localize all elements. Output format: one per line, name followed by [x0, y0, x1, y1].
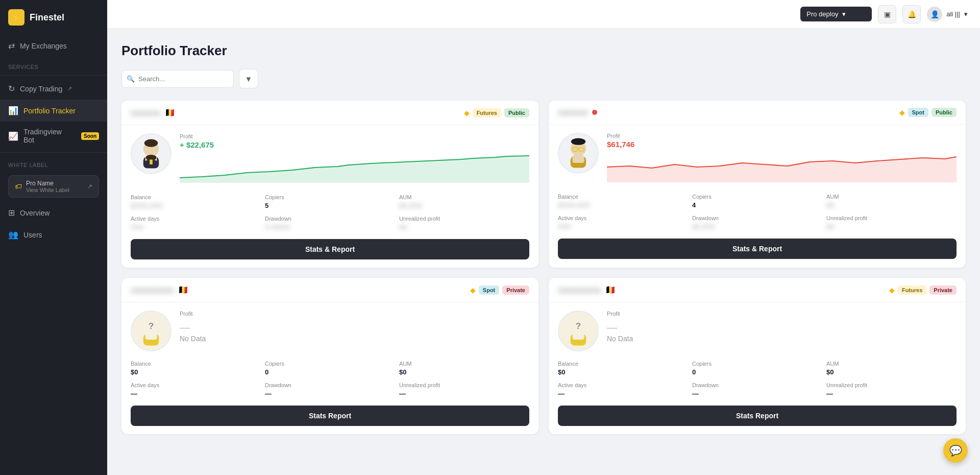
stats-report-button[interactable]: Stats & Report [131, 239, 529, 259]
drawdown-value: — [692, 390, 822, 397]
sidebar-item-overview[interactable]: ⊞ Overview [0, 202, 107, 224]
aum-value: $X [826, 201, 957, 209]
market-type-tag: Spot [908, 108, 928, 117]
drawdown-value: — [265, 390, 395, 397]
page-title: Portfolio Tracker [121, 43, 966, 59]
card-main-row: ? Profit — No Data [558, 311, 957, 351]
search-input[interactable] [121, 70, 234, 88]
search-bar-row: 🔍 ▼ [121, 69, 966, 88]
copy-trading-label: Copy Trading [20, 85, 62, 93]
balance-label: Balance [558, 194, 688, 200]
portfolio-card-card3: ●●●●●●●●●● 🇧🇪 ◆ Spot Private ? [121, 278, 538, 434]
card-tags: ◆ Futures Private [889, 286, 957, 295]
unrealized-profit-value: — [826, 390, 957, 397]
market-type-tag: Futures [898, 286, 926, 295]
active-days-value: — [131, 390, 261, 397]
active-days-label: Active days [558, 215, 688, 221]
user-name: ali ||| [946, 10, 960, 18]
card-tags: ◆ Spot Public [899, 108, 957, 117]
stats-report-button[interactable]: Stats & Report [558, 239, 957, 259]
sidebar-item-copy-trading[interactable]: ↻ Copy Trading ↗ [0, 78, 107, 100]
binance-icon: ◆ [470, 286, 476, 294]
copiers-label: Copiers [692, 361, 822, 367]
stat-copiers: Copiers 4 [692, 194, 822, 209]
stat-copiers: Copiers 0 [265, 361, 395, 376]
app-name: Finestel [30, 12, 64, 23]
stats-report-button[interactable]: Stats Report [558, 406, 957, 426]
card-tags: ◆ Futures Public [464, 108, 529, 117]
copiers-value: 5 [265, 202, 395, 209]
app-logo[interactable]: ⚡ Finestel [0, 0, 107, 35]
no-data-area: — No Data [180, 318, 529, 347]
binance-icon: ◆ [899, 108, 905, 116]
stat-drawdown: Drawdown X.XXX% [265, 216, 395, 231]
stats-grid: Balance $XXX,XXX Copiers 5 AUM $X,XXX Ac… [131, 194, 529, 231]
sidebar-item-my-exchanges[interactable]: ⇄ My Exchanges [0, 35, 107, 57]
sidebar-item-tradingview-bot[interactable]: 📈 Tradingview Bot Soon [0, 122, 107, 150]
stat-balance: Balance $XXX,XXX [558, 194, 688, 209]
white-label-badge[interactable]: 🏷 Pro Name View White Label ↗ [8, 175, 99, 198]
card-body: ? Profit — No Data Balance $0 Copiers [121, 302, 538, 434]
binance-icon: ◆ [464, 109, 470, 117]
tradingview-icon: 📈 [8, 131, 18, 141]
overview-label: Overview [20, 209, 50, 217]
chat-bubble[interactable]: 💬 [943, 438, 968, 463]
avatar [558, 133, 599, 174]
unrealized-profit-value: $X [826, 223, 957, 230]
copiers-label: Copiers [265, 194, 395, 200]
profit-chart-area: Profit + $22,675 [180, 133, 529, 185]
search-input-wrap: 🔍 [121, 70, 234, 88]
card-user-name: ●●●●●●●●●● 🇧🇪 [131, 285, 188, 295]
profit-label: Profit [180, 133, 529, 139]
svg-rect-7 [150, 159, 153, 164]
stat-active-days: Active days — [131, 382, 261, 397]
card-header: ●●●●●●● ◆ Spot Public [549, 101, 966, 125]
visibility-tag: Private [929, 286, 957, 295]
profit-value: $61,746 [607, 140, 957, 149]
deploy-label: Pro deploy [806, 10, 838, 18]
svg-rect-11 [573, 155, 584, 163]
user-chevron-icon: ▾ [964, 10, 968, 18]
portfolio-tracker-label: Portfolio Tracker [23, 107, 76, 115]
balance-value: $0 [131, 368, 261, 376]
tag-icon: 🏷 [15, 182, 22, 191]
stat-aum: AUM $0 [399, 361, 529, 376]
sidebar-item-users[interactable]: 👥 Users [0, 224, 107, 246]
unrealized-profit-value: $X [399, 223, 529, 231]
no-data-dash: — [180, 322, 529, 334]
stat-active-days: Active days XXX [131, 216, 261, 231]
filter-button[interactable]: ▼ [239, 69, 258, 88]
stat-copiers: Copiers 5 [265, 194, 395, 209]
profit-label: Profit [180, 311, 529, 317]
stats-grid: Balance $0 Copiers 0 AUM $0 Active days … [558, 361, 957, 397]
balance-label: Balance [558, 361, 688, 367]
overview-icon: ⊞ [8, 208, 15, 218]
stats-report-button[interactable]: Stats Report [131, 406, 529, 426]
deploy-dropdown[interactable]: Pro deploy ▾ [800, 7, 872, 21]
visibility-tag: Public [932, 108, 957, 117]
binance-icon: ◆ [889, 286, 895, 294]
status-dot [592, 110, 597, 115]
copiers-label: Copiers [265, 361, 395, 367]
stat-drawdown: Drawdown — [265, 382, 395, 397]
no-data-text: No Data [607, 335, 957, 343]
divider1 [0, 75, 107, 76]
stat-balance: Balance $0 [558, 361, 688, 376]
avatar: 👤 [927, 7, 942, 22]
balance-label: Balance [131, 194, 261, 200]
wallet-button[interactable]: ▣ [878, 5, 896, 23]
active-days-value: XXX [558, 223, 688, 230]
no-data-area: — No Data [607, 318, 957, 347]
chat-icon: 💬 [949, 444, 962, 457]
card-tags: ◆ Spot Private [470, 286, 529, 295]
sidebar-item-portfolio-tracker[interactable]: 📊 Portfolio Tracker [0, 100, 107, 122]
aum-label: AUM [399, 361, 529, 367]
bell-button[interactable]: 🔔 [902, 5, 921, 23]
profit-label: Profit [607, 133, 957, 139]
user-profile[interactable]: 👤 ali ||| ▾ [927, 7, 968, 22]
copiers-label: Copiers [692, 194, 822, 200]
services-section-label: Services [0, 57, 107, 73]
stat-unrealized-profit: Unrealized profit — [399, 382, 529, 397]
stat-active-days: Active days — [558, 382, 688, 397]
profit-label: Profit [607, 311, 957, 317]
